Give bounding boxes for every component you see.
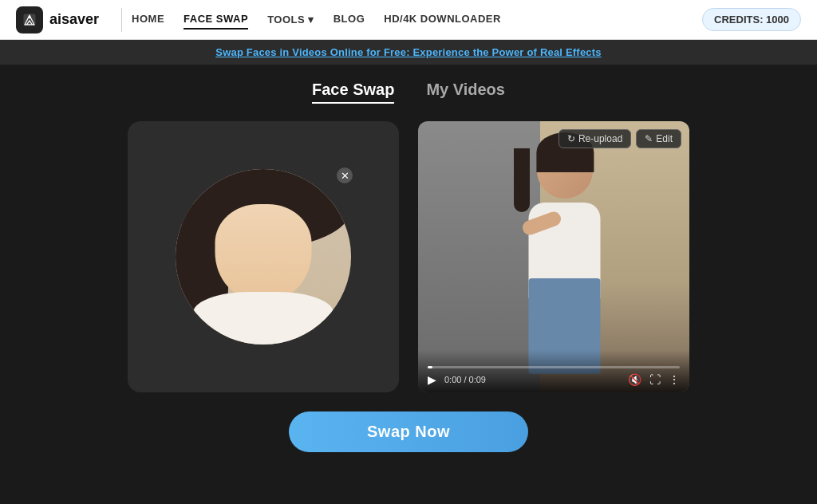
face-circle	[176, 169, 351, 345]
logo-icon	[16, 6, 43, 33]
controls-row: ▶ 0:00 / 0:09 🔇 ⛶ ⋮	[428, 373, 680, 386]
controls-left: ▶ 0:00 / 0:09	[428, 373, 486, 386]
mute-button[interactable]: 🔇	[628, 373, 641, 386]
nav-home[interactable]: HOME	[132, 13, 164, 26]
credits-button[interactable]: CREDITS: 1000	[702, 8, 801, 31]
chevron-down-icon: ▾	[308, 14, 314, 26]
svg-point-1	[28, 16, 30, 18]
edit-icon: ✎	[645, 133, 653, 144]
header: aisaver HOME FACE SWAP TOOLS ▾ BLOG HD/4…	[0, 0, 817, 40]
body-area	[193, 292, 334, 345]
face-photo	[176, 169, 351, 345]
swap-button-container: Swap Now	[289, 411, 528, 452]
nav-divider	[121, 8, 122, 32]
time-display: 0:00 / 0:09	[444, 375, 486, 384]
tab-face-swap[interactable]: Face Swap	[312, 81, 394, 102]
main-content: Face Swap My Videos ✕	[0, 65, 817, 468]
controls-right: 🔇 ⛶ ⋮	[628, 373, 680, 386]
face-upload-card[interactable]: ✕	[128, 121, 399, 392]
video-content: ▶ 0:00 / 0:09 🔇 ⛶ ⋮	[418, 121, 689, 392]
face-skin	[215, 204, 312, 301]
remove-face-button[interactable]: ✕	[335, 166, 354, 185]
fullscreen-button[interactable]: ⛶	[649, 373, 661, 386]
logo-text: aisaver	[49, 11, 99, 28]
nav-face-swap[interactable]: FACE SWAP	[184, 13, 248, 26]
swap-now-button[interactable]: Swap Now	[289, 411, 528, 452]
logo[interactable]: aisaver	[16, 6, 99, 33]
video-card: ↻ Re-upload ✎ Edit	[418, 121, 689, 392]
progress-bar[interactable]	[428, 366, 680, 368]
nav-downloader[interactable]: HD/4K DOWNLOADER	[384, 13, 501, 26]
more-options-button[interactable]: ⋮	[669, 373, 680, 386]
reupload-button[interactable]: ↻ Re-upload	[558, 129, 631, 148]
face-circle-container: ✕	[176, 169, 351, 345]
video-overlay-buttons: ↻ Re-upload ✎ Edit	[558, 129, 681, 148]
person-hair-side	[514, 148, 530, 212]
nav-blog[interactable]: BLOG	[334, 13, 365, 26]
tab-my-videos[interactable]: My Videos	[426, 81, 505, 102]
edit-button[interactable]: ✎ Edit	[636, 129, 681, 148]
tabs: Face Swap My Videos	[312, 81, 505, 102]
nav-tools[interactable]: TOOLS ▾	[267, 14, 314, 26]
play-button[interactable]: ▶	[428, 373, 436, 386]
progress-fill	[428, 366, 432, 368]
video-controls: ▶ 0:00 / 0:09 🔇 ⛶ ⋮	[418, 350, 689, 392]
promo-banner[interactable]: Swap Faces in Videos Online for Free: Ex…	[0, 40, 817, 65]
reupload-icon: ↻	[567, 133, 575, 144]
cards-container: ✕ ↻ Re-upload ✎ Edit	[0, 121, 817, 392]
navigation: HOME FACE SWAP TOOLS ▾ BLOG HD/4K DOWNLO…	[132, 13, 702, 26]
